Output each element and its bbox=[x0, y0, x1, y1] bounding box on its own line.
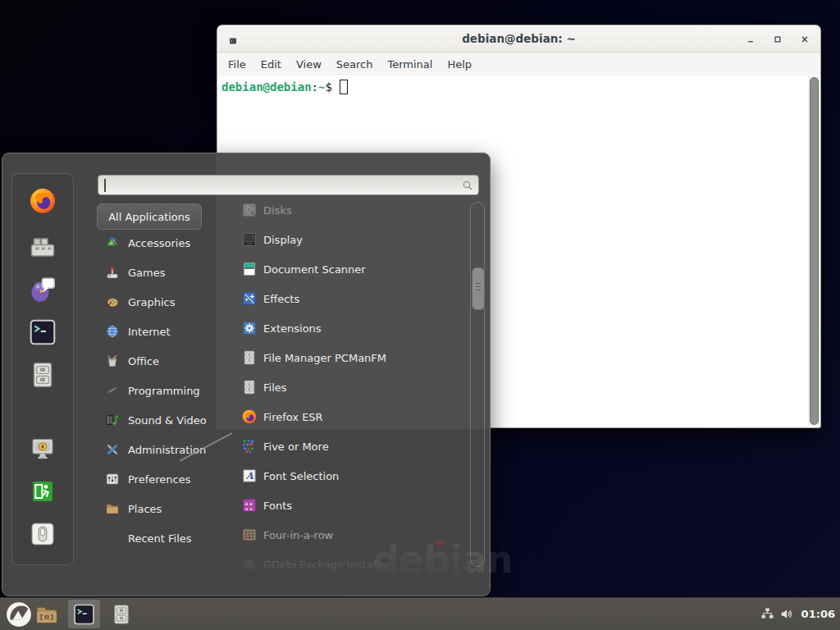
terminal-cursor bbox=[340, 80, 348, 94]
shut-down-button[interactable] bbox=[30, 521, 56, 547]
log-out-button[interactable] bbox=[30, 478, 56, 504]
favorite-software[interactable] bbox=[28, 231, 57, 261]
menu-scrollbar[interactable] bbox=[470, 202, 485, 567]
favorite-firefox-esr[interactable] bbox=[28, 186, 57, 216]
favorite-terminal[interactable] bbox=[28, 317, 57, 347]
five-or-more-icon bbox=[241, 438, 258, 454]
prompt-separator: : bbox=[312, 80, 318, 94]
category-games[interactable]: Games bbox=[97, 258, 220, 287]
application-list: DisksDisplayDocument ScannerEffectsExten… bbox=[217, 195, 468, 579]
terminal-scrollbar-thumb[interactable] bbox=[810, 77, 819, 425]
category-label: Internet bbox=[128, 326, 171, 338]
system-tray: 01:06 bbox=[760, 598, 835, 630]
four-in-a-row-icon bbox=[241, 527, 258, 543]
app-row-five-or-more[interactable]: Five or More bbox=[217, 431, 468, 461]
category-label: Sound & Video bbox=[128, 414, 207, 427]
panel-launcher-terminal[interactable] bbox=[72, 602, 96, 626]
all-applications-button[interactable]: All Applications bbox=[97, 203, 202, 230]
menubar-item-view[interactable]: View bbox=[289, 55, 329, 74]
category-graphics[interactable]: Graphics bbox=[97, 287, 220, 317]
app-row-effects[interactable]: Effects bbox=[217, 284, 468, 313]
games-icon bbox=[105, 265, 120, 280]
close-button[interactable] bbox=[799, 33, 810, 44]
category-preferences[interactable]: Preferences bbox=[97, 464, 220, 494]
app-row-extensions[interactable]: Extensions bbox=[217, 313, 468, 343]
category-places[interactable]: Places bbox=[97, 494, 220, 523]
app-row-font-selection[interactable]: AFont Selection bbox=[217, 461, 468, 491]
effects-icon bbox=[241, 290, 258, 307]
category-label: Accessories bbox=[128, 237, 190, 249]
app-label: Document Scanner bbox=[263, 263, 366, 276]
category-accessories[interactable]: Accessories bbox=[97, 228, 220, 258]
file-cabinet-icon bbox=[241, 379, 258, 395]
network-icon[interactable] bbox=[760, 607, 774, 621]
category-recent-files[interactable]: Recent Files bbox=[97, 523, 220, 553]
all-applications-label: All Applications bbox=[108, 211, 190, 223]
category-label: Graphics bbox=[128, 296, 175, 308]
terminal-window-title: debian@debian: ~ bbox=[217, 32, 820, 45]
panel-launcher-file-manager[interactable] bbox=[34, 602, 59, 627]
category-label: Programming bbox=[128, 385, 200, 397]
panel-launcher-menu[interactable] bbox=[5, 600, 33, 628]
app-row-document-scanner[interactable]: Document Scanner bbox=[217, 254, 468, 284]
app-row-gdebi-package-installer[interactable]: GDebi Package Installer bbox=[217, 550, 468, 579]
category-list: AccessoriesGamesGraphicsInternetOfficePr… bbox=[97, 228, 220, 553]
menubar-item-terminal[interactable]: Terminal bbox=[380, 55, 440, 74]
svg-text:A: A bbox=[245, 470, 254, 482]
app-row-disks[interactable]: Disks bbox=[217, 195, 468, 225]
minimize-button[interactable] bbox=[745, 33, 756, 44]
tray-icons bbox=[760, 607, 794, 621]
bottom-panel: 01:06 bbox=[0, 597, 840, 630]
scrollbar-grip bbox=[476, 283, 481, 293]
prompt-symbol: $ bbox=[325, 80, 331, 94]
terminal-scrollbar[interactable] bbox=[808, 76, 819, 426]
category-label: Office bbox=[128, 355, 159, 368]
menubar-item-help[interactable]: Help bbox=[440, 55, 479, 74]
app-label: Extensions bbox=[263, 322, 322, 335]
app-label: Effects bbox=[263, 293, 299, 305]
favorite-files[interactable] bbox=[28, 360, 57, 390]
favorites-sidebar bbox=[11, 173, 74, 565]
category-label: Places bbox=[128, 503, 162, 515]
app-label: Firefox ESR bbox=[263, 411, 323, 423]
category-administration[interactable]: Administration bbox=[97, 435, 220, 464]
terminal-prompt: debian@debian:~$ bbox=[221, 80, 348, 94]
menu-scrollbar-thumb[interactable] bbox=[472, 267, 485, 310]
lock-screen-button[interactable] bbox=[30, 436, 56, 462]
volume-icon[interactable] bbox=[780, 607, 794, 621]
app-row-four-in-a-row[interactable]: Four-in-a-row bbox=[217, 520, 468, 550]
administration-icon bbox=[105, 442, 120, 457]
category-label: Administration bbox=[128, 444, 206, 456]
category-label: Recent Files bbox=[128, 532, 192, 545]
terminal-titlebar[interactable]: debian@debian: ~ bbox=[217, 25, 820, 52]
gdebi-icon bbox=[241, 556, 258, 573]
menubar-item-edit[interactable]: Edit bbox=[253, 55, 289, 74]
app-row-display[interactable]: Display bbox=[217, 225, 468, 254]
file-cabinet-icon bbox=[241, 349, 258, 366]
terminal-window-icon bbox=[228, 34, 238, 43]
app-label: Fonts bbox=[263, 500, 292, 512]
favorite-pidgin[interactable] bbox=[28, 274, 57, 304]
app-row-fonts[interactable]: a aa aFonts bbox=[217, 491, 468, 520]
maximize-button[interactable] bbox=[772, 33, 783, 44]
category-office[interactable]: Office bbox=[97, 346, 220, 376]
firefox-icon bbox=[241, 409, 258, 425]
fonts-icon: a aa a bbox=[241, 497, 258, 514]
category-programming[interactable]: Programming bbox=[97, 376, 220, 405]
search-caret bbox=[104, 179, 106, 192]
category-label: Games bbox=[128, 267, 165, 279]
menubar-item-search[interactable]: Search bbox=[329, 55, 381, 74]
app-row-file-manager-pcmanfm[interactable]: File Manager PCManFM bbox=[217, 343, 468, 372]
menu-search-box[interactable] bbox=[98, 175, 479, 195]
app-row-firefox-esr[interactable]: Firefox ESR bbox=[217, 402, 468, 431]
category-internet[interactable]: Internet bbox=[97, 317, 220, 346]
app-row-files[interactable]: Files bbox=[217, 372, 468, 402]
app-label: Display bbox=[263, 234, 303, 246]
menubar-item-file[interactable]: File bbox=[221, 55, 253, 74]
panel-launcher-files[interactable] bbox=[110, 603, 133, 626]
disks-icon bbox=[241, 202, 258, 218]
app-label: Font Selection bbox=[263, 470, 339, 482]
graphics-icon bbox=[105, 294, 120, 309]
category-sound-video[interactable]: Sound & Video bbox=[97, 405, 220, 435]
clock[interactable]: 01:06 bbox=[801, 608, 835, 620]
